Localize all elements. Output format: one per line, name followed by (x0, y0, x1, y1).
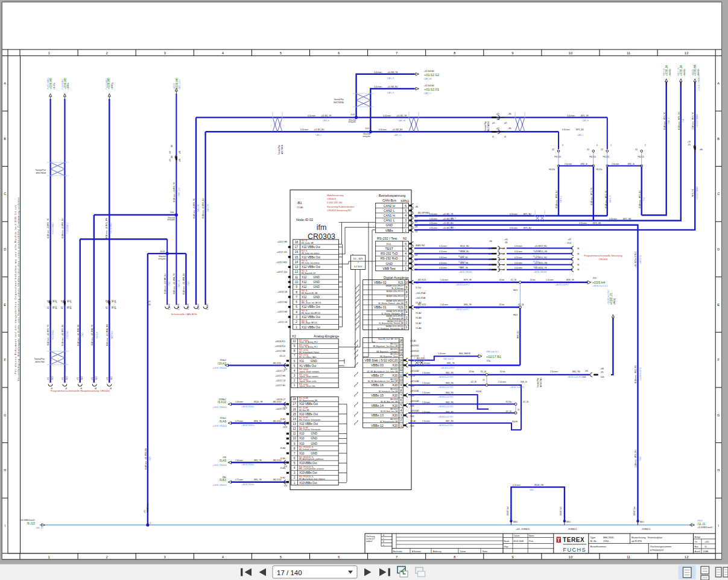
svg-text:-W94_YE: -W94_YE (253, 420, 262, 422)
svg-text:-X2:tile: -X2:tile (499, 279, 505, 281)
svg-text:0.50 mm² -W73_YE: 0.50 mm² -W73_YE (590, 188, 593, 205)
svg-text:0.75 mm²: 0.75 mm² (235, 420, 243, 422)
svg-text:EN_Drehz. links drehen: EN_Drehz. links drehen (302, 262, 320, 264)
svg-text:+01-W114_BU: +01-W114_BU (534, 257, 547, 259)
svg-text:M.-Nr.:: M.-Nr.: (590, 540, 598, 543)
svg-text:1.50 mm²: 1.50 mm² (546, 279, 554, 281)
svg-text:X1 VBBs Out: X1 VBBs Out (299, 365, 317, 368)
svg-text:7/18: 7/18 (410, 395, 414, 397)
svg-text:1: 1 (294, 482, 296, 485)
svg-text:Name: Name (483, 550, 488, 553)
svg-text:2: 2 (400, 418, 402, 422)
svg-text:Anlage: Anlage (695, 536, 701, 538)
svg-text:µ05: µ05 (504, 122, 507, 124)
svg-text:CAN_H8: CAN_H8 (197, 204, 200, 212)
svg-text:-W71_BU: -W71_BU (523, 213, 532, 215)
svg-text:-X6: -X6 (489, 240, 492, 243)
svg-text:Steuer. B2_Analog_RC1: Steuer. B2_Analog_RC1 (299, 346, 318, 348)
svg-text:X12 GND: X12 GND (302, 276, 320, 279)
svg-text:2.50 mm²: 2.50 mm² (565, 163, 572, 165)
svg-text:TEREX: TEREX (563, 537, 584, 543)
svg-text:-X2: -X2 (600, 148, 603, 151)
svg-text:CAN2 H: CAN2 H (384, 204, 395, 208)
svg-text:+01: +01 (144, 510, 146, 513)
svg-text:0.50 mm² +B-W76_YE: 0.50 mm² +B-W76_YE (173, 182, 176, 202)
svg-text:+01-W116_YE: +01-W116_YE (534, 267, 547, 269)
svg-text:CRO: CRO (81, 333, 84, 337)
svg-text:+06: +06 (688, 141, 691, 143)
svg-text:+0V29.E1: +0V29.E1 (410, 345, 419, 347)
svg-text:-X5: -X5 (688, 144, 691, 146)
svg-text:GND: GND (385, 223, 393, 227)
svg-text:-Xs11: -Xs11 (365, 127, 370, 130)
svg-text:0.50 mm² -W21_RD: 0.50 mm² -W21_RD (635, 365, 637, 383)
svg-text:µ05: µ05 (55, 306, 57, 309)
svg-text:1/18: 1/18 (410, 425, 414, 427)
svg-text:+LB B1CR0303: +LB B1CR0303 (696, 114, 698, 127)
svg-text:+0V14.A3: +0V14.A3 (410, 400, 419, 403)
svg-text:-W4CTW1N0: -W4CTW1N0 (333, 101, 344, 104)
svg-text:9B: 9B (577, 269, 579, 271)
svg-text:Analog-Eingänge: Analog-Eingänge (314, 334, 339, 338)
svg-text:0.50 mm²: 0.50 mm² (439, 267, 447, 269)
svg-text:Joystick_Steuer. ruckwärts: Joystick_Steuer. ruckwärts (299, 371, 320, 373)
svg-text:13: 13 (295, 266, 299, 269)
svg-text:1.00 mm²: 1.00 mm² (440, 304, 448, 306)
svg-text:F6LC11: F6LC11 (603, 156, 610, 158)
svg-text:-X2_20: -X2_20 (505, 410, 512, 413)
svg-text:+GB B1Out9-P17: +GB B1Out9-P17 (455, 284, 470, 286)
svg-text:Tx1/O1B0L1: Tx1/O1B0L1 (66, 223, 69, 234)
svg-text:2.50 mm²: 2.50 mm² (550, 371, 558, 373)
svg-text:-B1:X10: -B1:X10 (273, 400, 282, 403)
svg-text:0.50 mm²: 0.50 mm² (429, 213, 437, 215)
svg-text:X12 GND: X12 GND (302, 285, 320, 288)
svg-text:-X2_20: -X2_20 (522, 401, 529, 403)
svg-text:+01-W1_BU: +01-W1_BU (443, 222, 454, 225)
svg-text:6: 6 (406, 301, 408, 304)
svg-text:Zeichnungsnummer: Zeichnungsnummer (650, 545, 672, 548)
svg-text:1: 1 (296, 326, 297, 329)
svg-text:4_BK/6: 4_BK/6 (197, 304, 200, 310)
svg-text:+GB B1Out12-P13: +GB B1Out12-P13 (438, 424, 453, 427)
svg-text:+01-W1_YE: +01-W1_YE (443, 213, 453, 215)
svg-text:X20: X20 (392, 424, 397, 427)
svg-text:Schnittstelle CAN-BUS: Schnittstelle CAN-BUS (171, 313, 197, 316)
svg-text:X10 VBBs Out: X10 VBBs Out (299, 413, 318, 416)
svg-text:-W78_YE: -W78_YE (566, 279, 574, 281)
svg-text:EN1_Steuer. mitt. BR /US: EN1_Steuer. mitt. BR /US (302, 302, 321, 304)
svg-text:+GB B1CR000x: +GB B1CR000x (241, 483, 255, 486)
svg-text:+01/12.G2: +01/12.G2 (424, 73, 439, 77)
svg-text:Störer B1_Out2 BH O2/1: Störer B1_Out2 BH O2/1 (378, 338, 398, 340)
svg-text:2: 2 (294, 476, 296, 479)
svg-text:+B/O2g: +B/O2g (111, 83, 113, 89)
svg-text:-XGND1: -XGND1 (568, 527, 577, 531)
svg-text:Twisted Pair: Twisted Pair (334, 98, 344, 101)
svg-text:1_BR/6: 1_BR/6 (168, 304, 171, 310)
svg-text:9b: 9b (110, 387, 112, 389)
svg-text:+GB B1Out12-P13: +GB B1Out12-P13 (567, 376, 582, 378)
svg-text:V5_Blockierschutz_Fensterh_BR: V5_Blockierschutz_Fensterh_BR (379, 322, 404, 325)
svg-text:10: 10 (569, 51, 573, 55)
svg-text:10: 10 (399, 378, 403, 382)
svg-text:12: 12 (685, 51, 689, 55)
svg-text:+03/6.H8: +03/6.H8 (107, 78, 110, 89)
svg-text:2: 2 (294, 379, 296, 382)
svg-text:-W79_YE: -W79_YE (463, 279, 472, 281)
svg-text:EN1_Magst. BR /US: EN1_Magst. BR /US (302, 322, 317, 324)
svg-text:D05: D05 (601, 376, 604, 378)
svg-text:1.00 mm²: 1.00 mm² (438, 352, 446, 355)
svg-text:+101.09.A2: +101.09.A2 (416, 292, 426, 295)
svg-text:4: 4 (400, 409, 402, 412)
svg-text:0.50 mm²: 0.50 mm² (510, 213, 518, 215)
svg-text:6: 6 (294, 360, 296, 363)
svg-text:µ06: µ06 (179, 151, 181, 154)
svg-text:Bestellnummer: Bestellnummer (590, 545, 607, 548)
svg-text:-W81_YE: -W81_YE (446, 362, 455, 365)
svg-text:+03/5.H4: +03/5.H4 (592, 281, 605, 284)
svg-text:6: 6 (400, 398, 402, 402)
svg-text:wiring plan: wiring plan (363, 135, 371, 138)
svg-text:VBBo 03: VBBo 03 (371, 363, 384, 367)
svg-text:+02C: +02C (704, 541, 710, 543)
svg-text:Node-ID 02: Node-ID 02 (296, 218, 313, 221)
svg-text:-W91_YE: -W91_YE (253, 479, 262, 481)
